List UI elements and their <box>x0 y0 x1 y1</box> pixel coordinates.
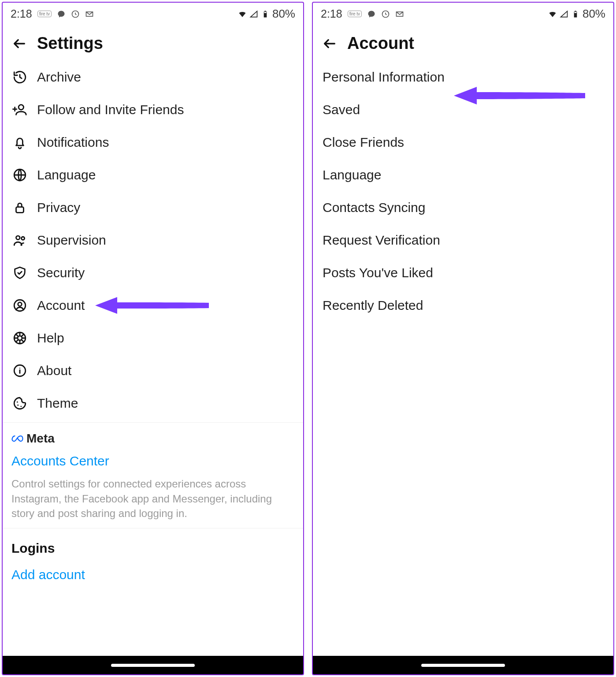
shield-icon <box>12 265 27 280</box>
firetv-badge: fire tv <box>37 11 52 17</box>
accounts-center-link[interactable]: Accounts Center <box>11 454 294 469</box>
add-account-link[interactable]: Add account <box>3 561 303 591</box>
meta-description: Control settings for connected experienc… <box>11 476 294 521</box>
svg-point-11 <box>18 302 22 306</box>
account-item-label: Language <box>323 167 381 182</box>
account-item-saved[interactable]: Saved <box>313 93 613 126</box>
android-navbar[interactable] <box>313 656 613 674</box>
firetv-badge: fire tv <box>348 11 362 17</box>
archive-icon <box>12 70 27 85</box>
settings-item-label: Theme <box>37 396 78 411</box>
status-time: 2:18 <box>11 7 32 20</box>
svg-rect-7 <box>16 207 24 213</box>
meta-infinity-icon <box>11 432 25 445</box>
page-title: Account <box>347 34 414 53</box>
wifi-icon <box>238 10 247 19</box>
settings-list: Archive Follow and Invite Friends Notifi… <box>3 61 303 420</box>
status-time: 2:18 <box>321 7 342 20</box>
globe-icon <box>12 167 27 182</box>
svg-rect-23 <box>574 12 576 13</box>
account-list: Personal Information Saved Close Friends… <box>313 61 613 322</box>
battery-icon <box>571 10 580 19</box>
wifi-icon <box>548 10 557 19</box>
status-left: 2:18 fire tv <box>321 7 404 20</box>
settings-item-language[interactable]: Language <box>3 159 303 191</box>
info-icon <box>12 363 27 378</box>
svg-rect-3 <box>264 11 266 11</box>
logins-header: Logins <box>3 531 303 561</box>
status-bar: 2:18 fire tv 80% <box>313 3 613 23</box>
clock-icon <box>71 10 80 19</box>
settings-item-archive[interactable]: Archive <box>3 61 303 93</box>
account-item-label: Request Verification <box>323 233 440 247</box>
settings-item-label: Account <box>37 298 85 313</box>
account-item-label: Saved <box>323 102 360 117</box>
mail-icon <box>85 10 94 19</box>
bell-icon <box>12 135 27 150</box>
settings-item-privacy[interactable]: Privacy <box>3 191 303 224</box>
chat-icon <box>367 10 376 19</box>
settings-item-security[interactable]: Security <box>3 257 303 289</box>
settings-item-notifications[interactable]: Notifications <box>3 126 303 159</box>
account-item-label: Contacts Syncing <box>323 200 425 215</box>
battery-percent: 80% <box>583 7 605 21</box>
settings-item-account[interactable]: Account <box>3 289 303 322</box>
settings-item-label: Supervision <box>37 233 106 248</box>
page-title: Settings <box>37 34 103 53</box>
android-navbar[interactable] <box>3 656 303 674</box>
settings-item-help[interactable]: Help <box>3 322 303 354</box>
phone-right: 2:18 fire tv 80% Account Personal Inform… <box>312 2 614 675</box>
settings-item-label: Archive <box>37 70 81 85</box>
svg-point-8 <box>16 236 20 240</box>
account-item-contacts-syncing[interactable]: Contacts Syncing <box>313 191 613 224</box>
status-left: 2:18 fire tv <box>11 7 94 20</box>
svg-point-9 <box>22 237 25 240</box>
mail-icon <box>395 10 404 19</box>
invite-icon <box>12 102 27 117</box>
home-pill[interactable] <box>421 664 505 667</box>
header: Settings <box>3 23 303 61</box>
account-item-posts-liked[interactable]: Posts You've Liked <box>313 257 613 289</box>
svg-point-17 <box>17 405 19 406</box>
chat-icon <box>57 10 66 19</box>
battery-icon <box>261 10 270 19</box>
status-right: 80% <box>238 7 295 21</box>
settings-item-label: Help <box>37 331 64 346</box>
settings-item-about[interactable]: About <box>3 354 303 387</box>
settings-item-theme[interactable]: Theme <box>3 387 303 420</box>
annotation-arrow <box>95 294 210 316</box>
meta-section: Meta Accounts Center Control settings fo… <box>3 425 303 525</box>
meta-logo: Meta <box>11 431 294 446</box>
divider <box>3 528 303 528</box>
settings-item-supervision[interactable]: Supervision <box>3 224 303 257</box>
settings-item-follow-invite[interactable]: Follow and Invite Friends <box>3 93 303 126</box>
phone-left: 2:18 fire tv 80% Settings Archive Follow… <box>2 2 304 675</box>
supervision-icon <box>12 233 27 248</box>
settings-item-label: Follow and Invite Friends <box>37 102 184 117</box>
status-right: 80% <box>548 7 605 21</box>
back-button[interactable] <box>322 36 338 52</box>
svg-point-5 <box>19 105 23 110</box>
settings-item-label: About <box>37 363 71 378</box>
theme-icon <box>12 396 27 411</box>
back-button[interactable] <box>11 36 27 52</box>
settings-item-label: Security <box>37 265 85 280</box>
clock-icon <box>381 10 390 19</box>
account-item-close-friends[interactable]: Close Friends <box>313 126 613 159</box>
account-item-request-verification[interactable]: Request Verification <box>313 224 613 257</box>
battery-percent: 80% <box>272 7 295 21</box>
settings-item-label: Language <box>37 167 96 182</box>
divider <box>3 422 303 423</box>
account-item-personal-info[interactable]: Personal Information <box>313 61 613 93</box>
meta-label: Meta <box>26 431 55 446</box>
account-item-label: Close Friends <box>323 135 404 149</box>
svg-rect-22 <box>575 11 576 11</box>
home-pill[interactable] <box>111 664 195 667</box>
account-item-recently-deleted[interactable]: Recently Deleted <box>313 289 613 322</box>
header: Account <box>313 23 613 61</box>
account-item-label: Personal Information <box>323 70 445 84</box>
status-bar: 2:18 fire tv 80% <box>3 3 303 23</box>
account-icon <box>12 298 27 313</box>
account-item-label: Recently Deleted <box>323 298 423 312</box>
account-item-language[interactable]: Language <box>313 159 613 191</box>
